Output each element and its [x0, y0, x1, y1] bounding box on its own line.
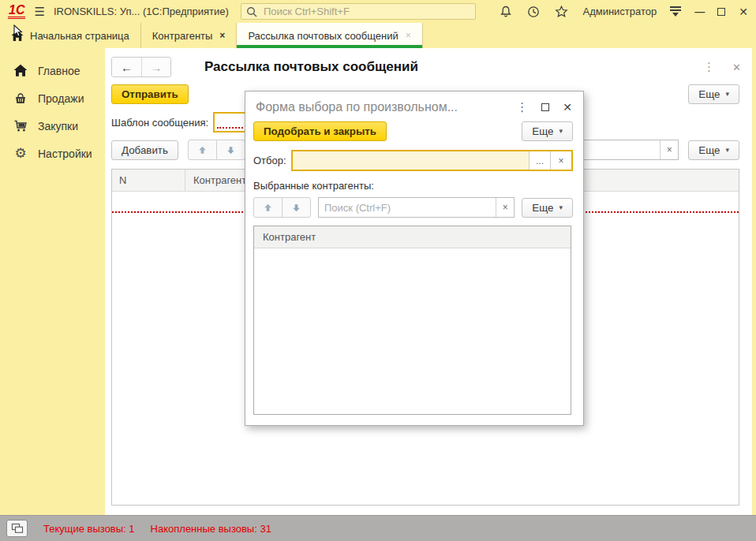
form-header: ← → Рассылка почтовых сообщений ⋮ ✕ [105, 57, 752, 77]
sidebar-item-label: Продажи [38, 92, 84, 105]
selected-contractors-table: Контрагент [253, 226, 571, 415]
move-up-button[interactable] [253, 197, 283, 218]
sections-sidebar: Главное Продажи Закупки [0, 48, 105, 515]
column-header-contractor[interactable]: Контрагент [263, 231, 316, 243]
tab-contractors[interactable]: Контрагенты × [141, 23, 238, 48]
send-button[interactable]: Отправить [111, 84, 189, 104]
windows-stack-icon [11, 523, 24, 534]
reorder-buttons [188, 140, 245, 160]
title-bar: 1С ☰ IRONSKILLS: Уп... (1С:Предприятие) … [0, 0, 756, 23]
main-menu-icon[interactable]: ☰ [34, 5, 44, 19]
history-icon[interactable] [526, 5, 541, 19]
arrow-up-icon [263, 203, 273, 213]
more-button-label: Еще [532, 202, 553, 214]
chevron-down-icon: ▾ [559, 128, 563, 135]
current-user-label[interactable]: Администратор [582, 6, 657, 17]
filter-field[interactable]: ... × [291, 150, 573, 171]
selection-form-dialog: Форма выбора по произвольном... ⋮ ✕ Подо… [245, 91, 584, 426]
cart-icon [13, 119, 28, 132]
close-tab-icon[interactable]: × [219, 30, 225, 41]
filter-input[interactable] [293, 151, 529, 170]
dialog-reorder-buttons [253, 197, 311, 218]
clear-search-icon[interactable]: × [496, 198, 514, 217]
titlebar-controls: Администратор — ✕ [499, 5, 748, 19]
minimize-button[interactable]: — [694, 6, 704, 17]
accumulated-calls-counter: Накопленные вызовы: 31 [151, 523, 271, 535]
form-window-controls: ⋮ ✕ [703, 60, 743, 74]
favorites-star-icon[interactable] [554, 5, 569, 19]
sidebar-item-sales[interactable]: Продажи [0, 84, 105, 112]
arrow-down-icon [291, 203, 301, 213]
forward-button[interactable]: → [141, 58, 170, 76]
sidebar-item-purchases[interactable]: Закупки [0, 112, 105, 140]
dialog-more-button[interactable]: Еще ▾ [522, 121, 573, 141]
clear-filter-icon[interactable]: × [550, 151, 571, 170]
dialog-header[interactable]: Форма выбора по произвольном... ⋮ ✕ [245, 91, 583, 118]
chevron-down-icon: ▾ [559, 204, 563, 211]
arrow-up-icon [197, 145, 208, 155]
mouse-cursor [13, 24, 24, 39]
chevron-down-icon: ▾ [725, 147, 729, 154]
move-up-button[interactable] [188, 140, 217, 160]
dialog-list-more-button[interactable]: Еще ▾ [522, 198, 573, 218]
dialog-window-controls: ⋮ ✕ [516, 100, 572, 114]
sidebar-item-main[interactable]: Главное [0, 57, 105, 84]
page-title: Рассылка почтовых сообщений [204, 59, 418, 75]
clear-search-icon[interactable]: × [660, 140, 678, 159]
list-more-button[interactable]: Еще ▾ [688, 140, 739, 160]
dialog-maximize-icon[interactable] [541, 103, 549, 111]
close-tab-icon[interactable]: × [406, 30, 411, 41]
navigation-buttons: ← → [111, 57, 171, 77]
current-calls-counter: Текущие вызовы: 1 [43, 523, 135, 535]
chevron-down-icon: ▾ [725, 91, 729, 98]
table-header: Контрагент [254, 226, 571, 248]
filter-row: Отбор: ... × [245, 141, 583, 171]
global-search-box[interactable] [241, 3, 476, 20]
global-search-input[interactable] [262, 5, 470, 18]
status-bar: Текущие вызовы: 1 Накопленные вызовы: 31 [0, 515, 756, 541]
dialog-close-icon[interactable]: ✕ [563, 101, 572, 114]
back-button[interactable]: ← [112, 58, 141, 76]
sidebar-item-label: Закупки [38, 120, 78, 132]
dialog-toolbar: Подобрать и закрыть Еще ▾ [245, 118, 583, 141]
notifications-bell-icon[interactable] [499, 5, 513, 19]
more-button-label: Еще [698, 144, 720, 156]
close-window-button[interactable]: ✕ [739, 6, 748, 18]
dialog-search-input[interactable] [319, 198, 496, 217]
pick-and-close-button[interactable]: Подобрать и закрыть [253, 121, 387, 141]
sidebar-item-label: Настройки [38, 147, 92, 160]
gear-icon: ⚙ [13, 147, 28, 160]
move-down-button[interactable] [282, 197, 311, 218]
table-body[interactable] [254, 248, 571, 414]
performance-indicators-button[interactable] [6, 520, 28, 537]
sidebar-item-label: Главное [38, 65, 80, 77]
more-button[interactable]: Еще ▾ [688, 84, 739, 104]
dialog-menu-kebab-icon[interactable]: ⋮ [516, 100, 528, 114]
tab-label: Начальная страница [30, 30, 129, 42]
add-button[interactable]: Добавить [111, 140, 178, 160]
form-close-icon[interactable]: ✕ [732, 62, 741, 73]
template-label: Шаблон сообщения: [111, 117, 208, 129]
tab-mail-distribution[interactable]: Рассылка почтовых сообщений × [237, 23, 422, 48]
search-icon [246, 6, 257, 17]
arrow-down-icon [226, 145, 236, 155]
maximize-button[interactable] [717, 8, 725, 16]
form-menu-kebab-icon[interactable]: ⋮ [703, 60, 715, 74]
choose-value-button[interactable]: ... [529, 151, 550, 170]
tab-label: Рассылка почтовых сообщений [248, 30, 398, 42]
basket-icon [13, 91, 28, 105]
dialog-title: Форма выбора по произвольном... [256, 100, 516, 114]
move-down-button[interactable] [216, 140, 245, 160]
more-button-label: Еще [532, 125, 553, 137]
sidebar-item-settings[interactable]: ⚙ Настройки [0, 140, 105, 167]
home-icon [13, 64, 28, 77]
service-menu-icon[interactable] [670, 6, 681, 17]
tab-label: Контрагенты [152, 30, 213, 42]
column-header-n[interactable]: N [112, 170, 185, 191]
1c-logo: 1С [8, 4, 25, 20]
more-button-label: Еще [698, 88, 720, 100]
selected-contractors-label: Выбранные контрагенты: [245, 171, 583, 192]
dialog-search-box[interactable]: × [318, 197, 515, 218]
dialog-command-bar: × Еще ▾ [245, 192, 583, 218]
window-title: IRONSKILLS: Уп... (1С:Предприятие) [54, 6, 229, 17]
